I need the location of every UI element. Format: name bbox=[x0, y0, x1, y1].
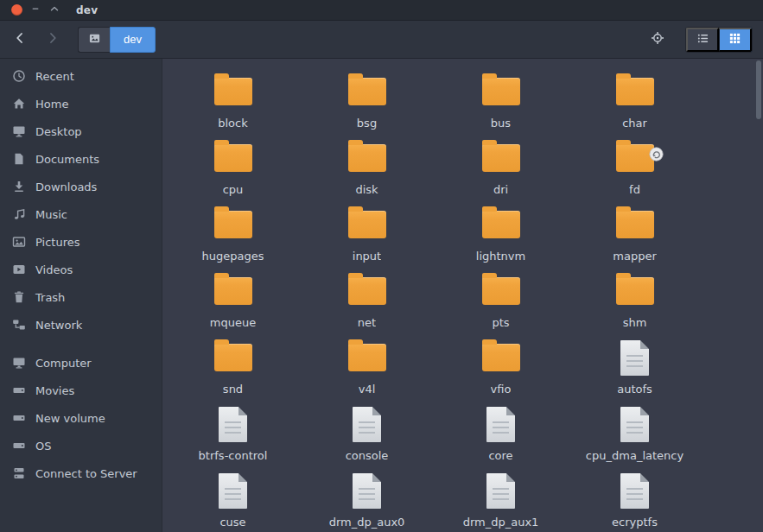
file-item-net[interactable]: net bbox=[300, 270, 434, 337]
file-icon-slot bbox=[207, 403, 259, 445]
file-label: vfio bbox=[491, 383, 512, 396]
file-item-fd[interactable]: fd bbox=[568, 137, 702, 204]
file-label: cuse bbox=[219, 516, 245, 529]
path-bar: dev bbox=[78, 27, 156, 53]
sidebar-item-new-volume[interactable]: New volume bbox=[0, 404, 162, 432]
sidebar-item-os[interactable]: OS bbox=[0, 432, 162, 459]
minimize-button[interactable] bbox=[26, 1, 45, 20]
file-item-block[interactable]: block bbox=[166, 71, 300, 137]
file-label: mqueue bbox=[210, 316, 256, 329]
file-item-hugepages[interactable]: hugepages bbox=[166, 204, 300, 270]
sidebar-item-label: Movies bbox=[35, 384, 74, 397]
file-item-v4l[interactable]: v4l bbox=[300, 337, 434, 403]
folder-icon bbox=[616, 211, 654, 238]
file-item-snd[interactable]: snd bbox=[166, 337, 300, 403]
sidebar-item-downloads[interactable]: Downloads bbox=[0, 173, 162, 200]
sidebar-item-label: Videos bbox=[35, 263, 73, 276]
sidebar-item-documents[interactable]: Documents bbox=[0, 145, 162, 173]
file-icon-slot bbox=[609, 204, 661, 245]
file-icon-slot bbox=[207, 71, 259, 112]
file-item-dri[interactable]: dri bbox=[434, 137, 568, 204]
folder-icon bbox=[348, 78, 386, 105]
sidebar-item-desktop[interactable]: Desktop bbox=[0, 117, 162, 145]
sidebar-item-music[interactable]: Music bbox=[0, 200, 162, 228]
sidebar-item-recent[interactable]: Recent bbox=[0, 62, 162, 90]
file-icon-slot bbox=[609, 270, 661, 312]
sidebar-item-movies[interactable]: Movies bbox=[0, 377, 162, 404]
close-icon bbox=[11, 4, 22, 16]
file-icon-slot bbox=[475, 71, 527, 112]
file-item-lightnvm[interactable]: lightnvm bbox=[434, 204, 568, 270]
sidebar-item-network[interactable]: Network bbox=[0, 311, 162, 339]
list-view-button[interactable] bbox=[686, 28, 719, 52]
file-item-char[interactable]: char bbox=[568, 71, 702, 137]
path-root-button[interactable] bbox=[78, 27, 110, 53]
folder-icon bbox=[616, 78, 654, 105]
file-item-pts[interactable]: pts bbox=[434, 270, 568, 337]
file-icon-slot bbox=[475, 403, 527, 445]
file-item-cuse[interactable]: cuse bbox=[166, 470, 300, 532]
file-icon-slot bbox=[341, 337, 393, 378]
file-item-autofs[interactable]: autofs bbox=[568, 337, 702, 403]
forward-icon bbox=[46, 31, 60, 48]
file-icon-slot bbox=[207, 204, 259, 245]
sidebar-item-trash[interactable]: Trash bbox=[0, 283, 162, 311]
file-item-cpu-dma-latency[interactable]: cpu_dma_latency bbox=[568, 403, 702, 470]
sidebar-item-label: Recent bbox=[35, 70, 74, 83]
file-label: dri bbox=[493, 183, 508, 196]
sidebar-item-home[interactable]: Home bbox=[0, 90, 162, 117]
folder-icon bbox=[482, 344, 520, 371]
file-label: disk bbox=[355, 183, 378, 196]
file-label: v4l bbox=[359, 383, 376, 396]
file-icon bbox=[620, 407, 649, 442]
pictures-icon bbox=[12, 235, 26, 249]
maximize-button[interactable] bbox=[45, 1, 64, 20]
file-icon-slot bbox=[609, 337, 661, 378]
folder-icon bbox=[214, 144, 252, 172]
file-item-bus[interactable]: bus bbox=[434, 71, 568, 137]
file-item-btrfs-control[interactable]: btrfs-control bbox=[166, 403, 300, 470]
file-grid: blockbsgbuscharcpudiskdrifdhugepagesinpu… bbox=[162, 59, 763, 532]
sidebar-item-connect-to-server[interactable]: Connect to Server bbox=[0, 459, 162, 487]
back-button[interactable] bbox=[3, 27, 36, 53]
file-item-input[interactable]: input bbox=[300, 204, 434, 270]
locate-button[interactable] bbox=[642, 27, 673, 53]
file-label: console bbox=[346, 449, 389, 462]
file-item-ecryptfs[interactable]: ecryptfs bbox=[568, 470, 702, 532]
sidebar-item-videos[interactable]: Videos bbox=[0, 256, 162, 283]
sidebar-devices: ComputerMoviesNew volumeOSConnect to Ser… bbox=[0, 349, 162, 487]
file-item-vfio[interactable]: vfio bbox=[434, 337, 568, 403]
file-item-console[interactable]: console bbox=[300, 403, 434, 470]
scrollbar-thumb[interactable] bbox=[756, 60, 761, 119]
back-icon bbox=[13, 31, 27, 48]
file-item-drm-dp-aux0[interactable]: drm_dp_aux0 bbox=[300, 470, 434, 532]
file-item-core[interactable]: core bbox=[434, 403, 568, 470]
file-item-mqueue[interactable]: mqueue bbox=[166, 270, 300, 337]
file-icon bbox=[353, 407, 381, 442]
file-icon-slot bbox=[341, 403, 393, 445]
sidebar-item-label: Connect to Server bbox=[35, 467, 137, 480]
file-item-disk[interactable]: disk bbox=[300, 137, 434, 204]
grid-view-button[interactable] bbox=[719, 28, 752, 52]
file-item-drm-dp-aux1[interactable]: drm_dp_aux1 bbox=[434, 470, 568, 532]
home-icon bbox=[12, 97, 26, 111]
file-label: core bbox=[488, 449, 512, 462]
folder-icon bbox=[482, 277, 520, 305]
file-icon-slot bbox=[475, 204, 527, 245]
sidebar-item-pictures[interactable]: Pictures bbox=[0, 228, 162, 256]
sidebar-item-label: Documents bbox=[35, 153, 99, 166]
sidebar-item-label: OS bbox=[35, 440, 51, 453]
file-label: bsg bbox=[357, 117, 377, 130]
breadcrumb-dev[interactable]: dev bbox=[110, 27, 156, 53]
file-item-shm[interactable]: shm bbox=[568, 270, 702, 337]
file-item-bsg[interactable]: bsg bbox=[300, 71, 434, 137]
file-item-mapper[interactable]: mapper bbox=[568, 204, 702, 270]
sidebar-item-computer[interactable]: Computer bbox=[0, 349, 162, 377]
videos-icon bbox=[12, 263, 26, 276]
file-icon-slot bbox=[207, 337, 259, 378]
close-button[interactable] bbox=[7, 1, 26, 20]
forward-button[interactable] bbox=[36, 27, 69, 53]
server-icon bbox=[12, 466, 26, 480]
file-icon-slot bbox=[609, 137, 661, 179]
file-item-cpu[interactable]: cpu bbox=[166, 137, 300, 204]
